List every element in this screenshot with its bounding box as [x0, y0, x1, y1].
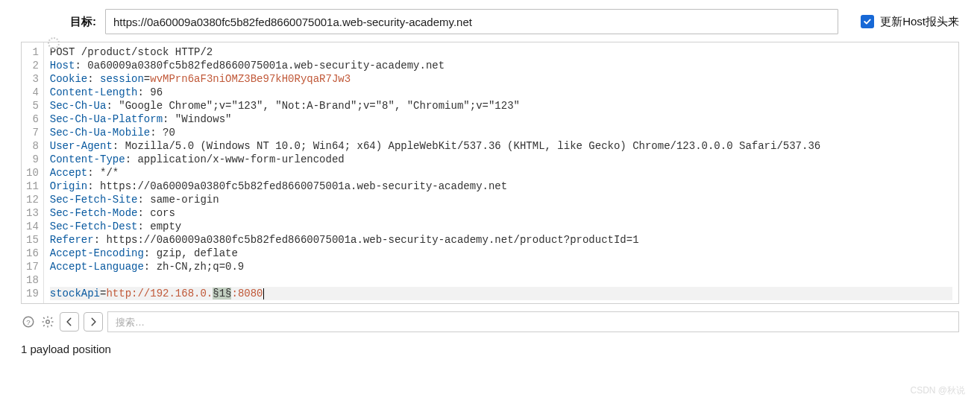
code-line: Sec-Fetch-Mode: cors	[50, 206, 952, 220]
check-icon	[863, 17, 872, 26]
svg-text:?: ?	[26, 318, 31, 326]
payload-marker: §1§	[213, 288, 231, 299]
code-line: Accept-Encoding: gzip, deflate	[50, 247, 952, 260]
loading-spinner-icon	[48, 37, 60, 49]
code-line: stockApi=http://192.168.0.§1§:8080	[50, 287, 952, 300]
code-line: Accept: */*	[50, 166, 952, 180]
request-editor[interactable]: 12345678910111213141516171819 POST /prod…	[21, 42, 959, 304]
code-line: Cookie: session=wvMPrn6aF3niOMZ3Be97kH0R…	[50, 72, 952, 86]
code-line: POST /product/stock HTTP/2	[50, 45, 952, 59]
update-host-checkbox[interactable]	[861, 15, 874, 28]
gear-icon[interactable]	[40, 314, 55, 329]
target-input[interactable]	[105, 9, 838, 34]
line-gutter: 12345678910111213141516171819	[22, 42, 44, 303]
code-content[interactable]: POST /product/stock HTTP/2Host: 0a60009a…	[44, 42, 958, 303]
code-line: Content-Length: 96	[50, 86, 952, 99]
prev-button[interactable]	[60, 312, 79, 332]
code-line: User-Agent: Mozilla/5.0 (Windows NT 10.0…	[50, 139, 952, 153]
code-line: Sec-Fetch-Dest: empty	[50, 220, 952, 233]
text-cursor	[263, 288, 264, 299]
help-icon[interactable]: ?	[21, 314, 36, 329]
code-line: Sec-Ch-Ua-Platform: "Windows"	[50, 112, 952, 126]
update-host-label: 更新Host报头来	[880, 15, 959, 29]
watermark: CSDN @秋说	[910, 384, 965, 397]
target-label: 目标:	[70, 15, 96, 29]
code-line: Accept-Language: zh-CN,zh;q=0.9	[50, 260, 952, 273]
code-line: Sec-Fetch-Site: same-origin	[50, 193, 952, 206]
code-line	[50, 273, 952, 287]
payload-status: 1 payload position	[0, 335, 980, 363]
code-line: Sec-Ch-Ua-Mobile: ?0	[50, 126, 952, 139]
code-line: Origin: https://0a60009a0380fc5b82fed866…	[50, 180, 952, 193]
next-button[interactable]	[84, 312, 103, 332]
code-line: Referer: https://0a60009a0380fc5b82fed86…	[50, 233, 952, 247]
code-line: Host: 0a60009a0380fc5b82fed8660075001a.w…	[50, 59, 952, 72]
search-input[interactable]	[107, 311, 959, 332]
code-line: Sec-Ch-Ua: "Google Chrome";v="123", "Not…	[50, 99, 952, 112]
svg-point-2	[46, 320, 50, 324]
code-line: Content-Type: application/x-www-form-url…	[50, 153, 952, 166]
